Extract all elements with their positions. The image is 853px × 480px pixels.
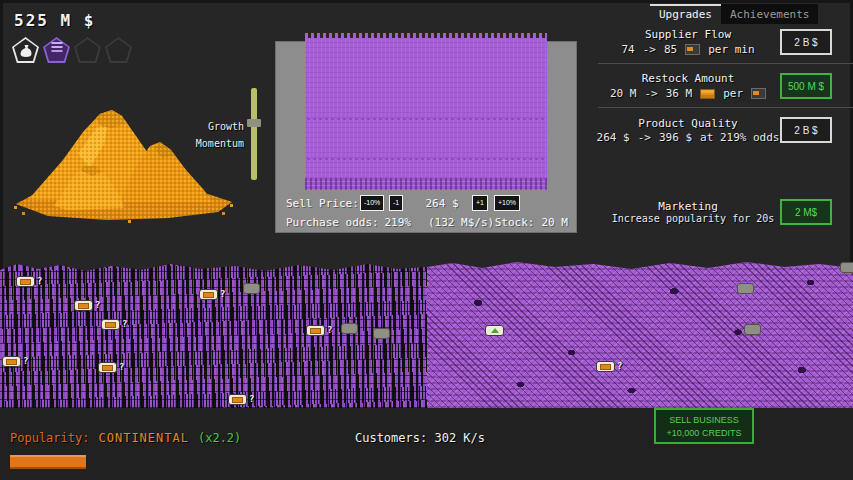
game-screen: 525 M $: [0, 0, 853, 480]
arrow: ->: [644, 87, 657, 100]
customers-rate: Customers: 302 K/s: [290, 431, 550, 445]
value-suffix: at 219% odds: [700, 131, 779, 144]
badge-fill: [76, 39, 99, 61]
value-from: 264 $: [597, 131, 630, 144]
popularity-label: Popularity:: [10, 431, 89, 445]
money-bag-icon: [19, 44, 32, 58]
gold-question-bubble: [16, 276, 35, 287]
upgrade-desc-marketing: Increase popularity for 20s: [598, 213, 788, 224]
popularity-progress-bar: [10, 455, 86, 469]
question-mark: ?: [122, 320, 127, 329]
right-panel-tabs: Upgrades Achievements: [650, 4, 818, 24]
queue-divider-line: [307, 158, 545, 160]
upgrade-values-supplier-flow: 74 -> 85 per min: [598, 43, 778, 56]
value-to: 85: [664, 43, 677, 56]
gold-bar-icon: [78, 303, 89, 309]
thought-bubble: [840, 262, 853, 273]
thought-bubble: [243, 283, 260, 294]
gold-question-bubble: [306, 325, 325, 336]
thought-bubble: ?: [228, 394, 254, 405]
achievement-badge-money[interactable]: [12, 37, 39, 63]
gold-question-bubble: [98, 362, 117, 373]
sell-business-button[interactable]: SELL BUSINESS +10,000 CREDITS: [654, 408, 754, 444]
price-minus-10pct-button[interactable]: -10%: [360, 195, 384, 211]
question-mark: ?: [327, 326, 332, 335]
sell-price-label: Sell Price:: [286, 197, 359, 210]
sell-business-line1: SELL BUSINESS: [669, 415, 739, 425]
price-minus-1-button[interactable]: -1: [389, 195, 403, 211]
gold-bar-icon: [203, 292, 214, 298]
purchase-odds-label: Purchase odds:: [286, 216, 379, 229]
achievement-badge-locked[interactable]: [105, 37, 132, 63]
growth-momentum-label: Growth Momentum: [148, 118, 244, 152]
upgrade-title-restock-amount: Restock Amount: [598, 72, 778, 85]
buy-marketing-button[interactable]: 2 M$: [780, 199, 832, 225]
empty-bubble: [373, 328, 390, 339]
gold-bar-icon: [105, 322, 116, 328]
question-mark: ?: [249, 395, 254, 404]
thought-bubble: ?: [596, 361, 622, 372]
gold-bar-icon: [310, 328, 321, 334]
customer-queue-visualization: [305, 38, 547, 188]
gold-bar-icon: [6, 359, 17, 365]
question-mark: ?: [95, 301, 100, 310]
arrow: ->: [643, 43, 656, 56]
question-mark: ?: [617, 362, 622, 371]
thought-bubble: [485, 325, 504, 336]
approval-bubble: [485, 325, 504, 336]
truck-icon: [751, 88, 766, 99]
gold-bar-icon: [102, 365, 113, 371]
tab-upgrades[interactable]: Upgrades: [650, 4, 721, 24]
money-balance: 525 M $: [14, 11, 95, 30]
buy-product-quality-button[interactable]: 2 B $: [780, 117, 832, 143]
empty-bubble: [341, 323, 358, 334]
purchase-odds-value: 219%: [371, 216, 411, 229]
stock-readout: Stock: 20 M: [495, 216, 568, 229]
popularity-tier: CONTINENTAL: [98, 431, 188, 445]
thought-bubble: [373, 328, 390, 339]
gold-question-bubble: [199, 289, 218, 300]
growth-momentum-meter: [251, 88, 257, 180]
gold-question-bubble: [596, 361, 615, 372]
thought-bubble: [737, 283, 754, 294]
empty-bubble: [737, 283, 754, 294]
value-suffix: per min: [708, 43, 754, 56]
thought-bubble: ?: [16, 276, 42, 287]
popularity-multiplier: (x2.2): [198, 431, 241, 445]
tab-achievements[interactable]: Achievements: [721, 4, 818, 24]
value-to: 396 $: [659, 131, 692, 144]
thought-bubble: ?: [74, 300, 100, 311]
thought-bubble: ?: [101, 319, 127, 330]
crowd-icon: [51, 42, 62, 44]
upgrade-values-product-quality: 264 $ -> 396 $ at 219% odds: [598, 131, 778, 144]
badge-fill: [107, 39, 130, 61]
question-mark: ?: [23, 357, 28, 366]
achievement-badge-locked[interactable]: [74, 37, 101, 63]
gold-bar-icon: [20, 279, 31, 285]
empty-bubble: [243, 283, 260, 294]
value-to: 36 M: [666, 87, 693, 100]
value-mid: per: [723, 87, 743, 100]
upgrades-panel: Supplier Flow 74 -> 85 per min 2 B $ Res…: [598, 22, 853, 242]
question-mark: ?: [119, 363, 124, 372]
upgrade-title-supplier-flow: Supplier Flow: [598, 28, 778, 41]
value-from: 74: [621, 43, 634, 56]
gold-pile[interactable]: [8, 84, 240, 226]
buy-supplier-flow-button[interactable]: 2 B $: [780, 29, 832, 55]
thought-bubble: ?: [2, 356, 28, 367]
queue-divider-line: [307, 118, 545, 120]
gold-bar-icon: [700, 89, 715, 99]
achievement-badge-crowd[interactable]: [43, 37, 70, 63]
thought-bubble: [341, 323, 358, 334]
price-plus-1-button[interactable]: +1: [472, 195, 488, 211]
popularity-readout: Popularity: CONTINENTAL (x2.2): [10, 431, 241, 445]
gold-question-bubble: [228, 394, 247, 405]
price-plus-10pct-button[interactable]: +10%: [494, 195, 520, 211]
achievement-badges: [12, 37, 132, 63]
buy-restock-amount-button[interactable]: 500 M $: [780, 73, 832, 99]
empty-bubble: [840, 262, 853, 273]
stock-label: Stock:: [495, 216, 535, 229]
thought-bubble: ?: [199, 289, 225, 300]
truck-icon: [685, 44, 700, 55]
upgrade-title-marketing: Marketing: [598, 200, 778, 213]
